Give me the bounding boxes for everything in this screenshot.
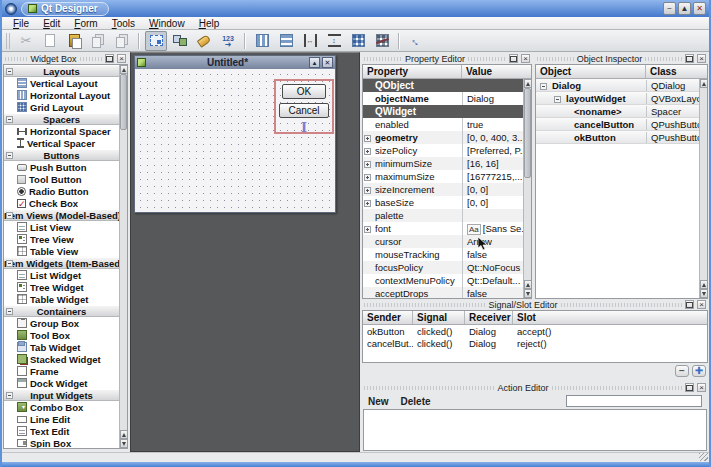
property-editor-titlebar[interactable]: Property Editor × — [362, 53, 532, 64]
signal-slot-titlebar[interactable]: Signal/Slot Editor × — [362, 299, 708, 310]
collapse-icon[interactable] — [6, 116, 13, 123]
form-window[interactable]: Untitled* ▴ ✕ OK Cancel I — [134, 55, 336, 213]
widgetbox-category-spacers[interactable]: Spacers — [4, 113, 119, 125]
widgetbox-item-text-edit[interactable]: Text Edit — [4, 425, 119, 437]
close-icon[interactable]: × — [117, 54, 126, 63]
layout-grid-icon[interactable] — [347, 31, 369, 51]
scroll-up-icon[interactable] — [700, 79, 708, 88]
widgetbox-item-push-button[interactable]: Push Button — [4, 161, 119, 173]
menu-help[interactable]: Help — [192, 17, 227, 30]
close-icon[interactable]: × — [521, 54, 530, 63]
widget-box-titlebar[interactable]: Widget Box × — [3, 53, 128, 64]
object-row-noname[interactable]: <noname>Spacer — [536, 105, 699, 118]
widgetbox-item-tool-button[interactable]: Tool Button — [4, 173, 119, 185]
float-icon[interactable] — [685, 54, 694, 63]
scroll-up-icon[interactable] — [120, 65, 128, 74]
edit-signals-slots-icon[interactable] — [169, 31, 191, 51]
expand-icon[interactable] — [364, 174, 371, 181]
column-object[interactable]: Object — [536, 65, 646, 78]
widgetbox-item-list-widget[interactable]: List Widget — [4, 269, 119, 281]
collapse-icon[interactable] — [6, 308, 13, 315]
collapse-icon[interactable] — [554, 96, 561, 103]
property-row[interactable]: sizePolicy[Preferred, P... — [363, 144, 523, 157]
float-icon[interactable] — [509, 54, 518, 63]
resize-grip-icon[interactable] — [699, 453, 708, 461]
expand-icon[interactable] — [364, 148, 371, 155]
object-row-dialog[interactable]: DialogQDialog — [536, 79, 699, 92]
widgetbox-item-tree-view[interactable]: Tree View — [4, 233, 119, 245]
widgetbox-item-tool-box[interactable]: Tool Box — [4, 329, 119, 341]
action-filter-input[interactable] — [566, 395, 702, 407]
property-row[interactable]: maximumSize[16777215,... — [363, 170, 523, 183]
widgetbox-category-layouts[interactable]: Layouts — [4, 65, 119, 77]
object-inspector-scrollbar[interactable] — [699, 79, 707, 298]
form-canvas[interactable]: OK Cancel I — [135, 69, 335, 212]
property-row[interactable]: fontAa[Sans Se... — [363, 222, 523, 235]
widgetbox-item-dock-widget[interactable]: Dock Widget — [4, 377, 119, 389]
widgetbox-category-buttons[interactable]: Buttons — [4, 149, 119, 161]
expand-icon[interactable] — [364, 161, 371, 168]
widgetbox-item-radio-button[interactable]: Radio Button — [4, 185, 119, 197]
scroll-down-icon[interactable] — [700, 289, 708, 298]
adjust-size-icon[interactable]: ↔ — [405, 31, 427, 51]
widgetbox-item-list-view[interactable]: List View — [4, 221, 119, 233]
menu-window[interactable]: Window — [142, 17, 192, 30]
widget-box-scrollbar[interactable] — [119, 65, 127, 448]
collapse-icon[interactable] — [6, 212, 13, 219]
action-editor-titlebar[interactable]: Action Editor × — [362, 382, 708, 393]
remove-connection-button[interactable]: − — [675, 365, 689, 377]
window-menu-button[interactable]: ▾ — [5, 3, 17, 15]
widgetbox-item-stacked-widget[interactable]: Stacked Widget — [4, 353, 119, 365]
collapse-icon[interactable] — [540, 83, 547, 90]
scroll-up-icon[interactable] — [524, 280, 532, 289]
ok-button[interactable]: OK — [282, 84, 326, 99]
float-icon[interactable] — [685, 300, 694, 309]
widgetbox-item-combo-box[interactable]: ▾Combo Box — [4, 401, 119, 413]
new-form-icon[interactable] — [39, 31, 61, 51]
column-property[interactable]: Property — [363, 65, 462, 78]
connection-row[interactable]: okButtonclicked()Dialogaccept() — [363, 325, 707, 337]
menu-tools[interactable]: Tools — [105, 17, 142, 30]
menu-edit[interactable]: Edit — [36, 17, 67, 30]
layout-selection-box[interactable]: OK Cancel I — [274, 79, 334, 134]
scroll-up-icon[interactable] — [700, 280, 708, 289]
property-row[interactable]: baseSize[0, 0] — [363, 196, 523, 209]
layout-split-horizontal-icon[interactable]: ↔ — [299, 31, 321, 51]
collapse-icon[interactable] — [6, 152, 13, 159]
property-row[interactable]: contextMenuPolicyQt::Default... — [363, 274, 523, 287]
widgetbox-category-item-widgets[interactable]: Item Widgets (Item-Based) — [4, 257, 119, 269]
widgetbox-item-vertical-spacer[interactable]: Vertical Spacer — [4, 137, 119, 149]
connection-row[interactable]: cancelBut...clicked()Dialogreject() — [363, 337, 707, 349]
collapse-icon[interactable] — [6, 68, 13, 75]
duplicate-icon[interactable] — [111, 31, 133, 51]
toolbar-handle[interactable] — [6, 33, 11, 49]
widgetbox-item-grid-layout[interactable]: Grid Layout — [4, 101, 119, 113]
paste-icon[interactable] — [63, 31, 85, 51]
float-icon[interactable] — [105, 54, 114, 63]
column-slot[interactable]: Slot — [513, 311, 707, 324]
widgetbox-category-containers[interactable]: Containers — [4, 305, 119, 317]
copy-icon[interactable] — [87, 31, 109, 51]
widgetbox-item-tab-widget[interactable]: Tab Widget — [4, 341, 119, 353]
widgetbox-item-vertical-layout[interactable]: Vertical Layout — [4, 77, 119, 89]
form-shade-icon[interactable]: ▴ — [309, 57, 320, 68]
expand-icon[interactable] — [364, 226, 371, 233]
property-row[interactable]: sizeIncrement[0, 0] — [363, 183, 523, 196]
property-editor-scrollbar[interactable] — [523, 79, 531, 298]
form-close-icon[interactable]: ✕ — [322, 57, 333, 68]
widgetbox-item-spin-box[interactable]: Spin Box — [4, 437, 119, 449]
column-class[interactable]: Class — [646, 65, 707, 78]
close-icon[interactable]: × — [697, 300, 706, 309]
widgetbox-item-line-edit[interactable]: Line Edit — [4, 413, 119, 425]
expand-icon[interactable] — [364, 135, 371, 142]
column-signal[interactable]: Signal — [413, 311, 465, 324]
scroll-down-icon[interactable] — [524, 289, 532, 298]
scroll-down-icon[interactable] — [120, 439, 128, 448]
close-button[interactable]: ✕ — [693, 2, 706, 15]
object-row-cancelbutton[interactable]: cancelButtonQPushButton — [536, 118, 699, 131]
property-row[interactable]: mouseTrackingfalse — [363, 248, 523, 261]
widgetbox-category-input-widgets[interactable]: Input Widgets — [4, 389, 119, 401]
property-row[interactable]: minimumSize[16, 16] — [363, 157, 523, 170]
form-titlebar[interactable]: Untitled* ▴ ✕ — [135, 56, 335, 69]
property-row[interactable]: acceptDropsfalse — [363, 287, 523, 299]
